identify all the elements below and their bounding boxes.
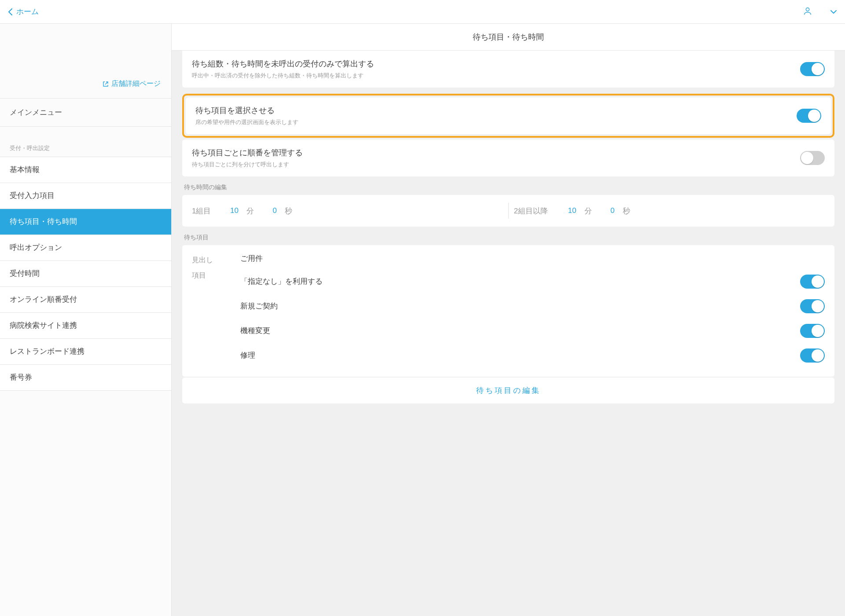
option-label: 「指定なし」を利用する bbox=[240, 277, 323, 286]
setting-sub: 呼出中・呼出済の受付を除外した待ち組数・待ち時間を算出します bbox=[192, 72, 374, 80]
chevron-down-icon[interactable] bbox=[830, 8, 837, 16]
setting-only-uncalled: 待ち組数・待ち時間を未呼出の受付のみで算出する 呼出中・呼出済の受付を除外した待… bbox=[182, 51, 834, 88]
setting-sub: 待ち項目ごとに列を分けて呼出します bbox=[192, 161, 303, 169]
sidebar-item[interactable]: 受付入力項目 bbox=[0, 183, 171, 209]
wait-item-option: 新規ご契約 bbox=[240, 294, 825, 319]
edit-wait-items-button[interactable]: 待ち項目の編集 bbox=[182, 378, 834, 403]
wait-items-card: 見出し ご用件 項目 「指定なし」を利用する新規ご契約機種変更修理 bbox=[182, 245, 834, 377]
sidebar-section-label: 受付・呼出設定 bbox=[0, 144, 171, 157]
svg-point-0 bbox=[806, 7, 809, 11]
page-title: 待ち項目・待ち時間 bbox=[172, 24, 845, 51]
sidebar: 店舗詳細ページ メインメニュー 受付・呼出設定 基本情報受付入力項目待ち項目・待… bbox=[0, 24, 172, 616]
wait-time-group-label: 待ち時間の編集 bbox=[184, 183, 834, 191]
store-detail-label: 店舗詳細ページ bbox=[111, 79, 161, 88]
first-group-sec[interactable]: 0 bbox=[262, 206, 277, 215]
setting-let-select: 待ち項目を選択させる 席の希望や用件の選択画面を表示します bbox=[186, 97, 831, 134]
setting-sub: 席の希望や用件の選択画面を表示します bbox=[195, 118, 298, 126]
rest-group-label: 2組目以降 bbox=[514, 206, 554, 216]
setting-title: 待ち項目を選択させる bbox=[195, 105, 298, 116]
option-toggle[interactable] bbox=[800, 299, 825, 313]
sidebar-item[interactable]: 病院検索サイト連携 bbox=[0, 313, 171, 339]
sidebar-item[interactable]: 受付時間 bbox=[0, 261, 171, 287]
setting-title: 待ち項目ごとに順番を管理する bbox=[192, 147, 303, 158]
heading-value: ご用件 bbox=[240, 254, 825, 264]
sidebar-item[interactable]: レストランボード連携 bbox=[0, 339, 171, 365]
option-label: 機種変更 bbox=[240, 326, 270, 336]
sidebar-item[interactable]: 待ち項目・待ち時間 bbox=[0, 209, 171, 235]
main-content: 待ち項目・待ち時間 待ち組数・待ち時間を未呼出の受付のみで算出する 呼出中・呼出… bbox=[172, 24, 845, 616]
first-group-min[interactable]: 10 bbox=[224, 206, 239, 215]
first-group-label: 1組目 bbox=[192, 206, 216, 216]
toggle-only-uncalled[interactable] bbox=[800, 62, 825, 76]
home-label: ホーム bbox=[16, 7, 39, 17]
setting-manage-each: 待ち項目ごとに順番を管理する 待ち項目ごとに列を分けて呼出します bbox=[182, 139, 834, 176]
store-detail-link[interactable]: 店舗詳細ページ bbox=[103, 79, 161, 88]
option-label: 新規ご契約 bbox=[240, 301, 278, 311]
sidebar-item[interactable]: 呼出オプション bbox=[0, 235, 171, 261]
rest-group-min[interactable]: 10 bbox=[562, 206, 577, 215]
rest-group-sec[interactable]: 0 bbox=[600, 206, 615, 215]
sidebar-item[interactable]: 基本情報 bbox=[0, 157, 171, 183]
toggle-let-select[interactable] bbox=[797, 109, 821, 123]
items-key: 項目 bbox=[192, 269, 240, 280]
option-label: 修理 bbox=[240, 351, 255, 360]
wait-item-option: 修理 bbox=[240, 343, 825, 368]
option-toggle[interactable] bbox=[800, 348, 825, 363]
sidebar-item[interactable]: オンライン順番受付 bbox=[0, 287, 171, 313]
option-toggle[interactable] bbox=[800, 275, 825, 289]
main-menu-label[interactable]: メインメニュー bbox=[0, 99, 171, 127]
option-toggle[interactable] bbox=[800, 324, 825, 338]
heading-key: 見出し bbox=[192, 254, 240, 265]
toggle-manage-each[interactable] bbox=[800, 151, 825, 165]
wait-item-option: 機種変更 bbox=[240, 319, 825, 343]
sidebar-item[interactable]: 番号券 bbox=[0, 365, 171, 391]
vertical-separator bbox=[508, 203, 509, 219]
wait-items-group-label: 待ち項目 bbox=[184, 234, 834, 242]
user-icon[interactable] bbox=[803, 6, 812, 18]
chevron-left-icon bbox=[8, 8, 13, 16]
external-link-icon bbox=[103, 81, 109, 87]
top-bar: ホーム bbox=[0, 0, 845, 24]
setting-title: 待ち組数・待ち時間を未呼出の受付のみで算出する bbox=[192, 59, 374, 69]
back-home-button[interactable]: ホーム bbox=[8, 7, 39, 17]
wait-item-option: 「指定なし」を利用する bbox=[240, 269, 825, 294]
highlight-let-select: 待ち項目を選択させる 席の希望や用件の選択画面を表示します bbox=[182, 94, 834, 138]
wait-time-card[interactable]: 1組目 10 分 0 秒 2組目以降 10 分 0 秒 bbox=[182, 195, 834, 227]
